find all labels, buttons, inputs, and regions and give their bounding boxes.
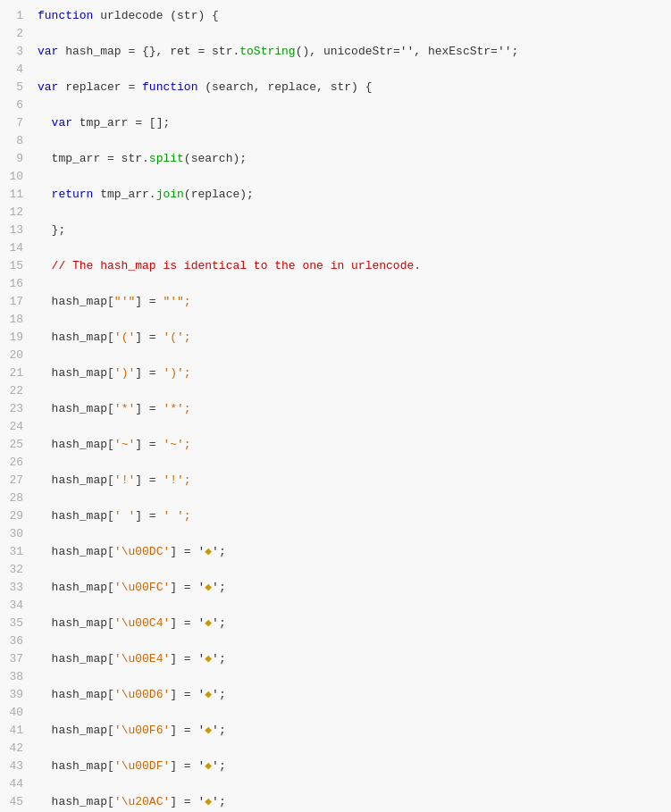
code-line: 34: [0, 597, 671, 615]
line-number: 29: [0, 507, 34, 525]
line-number: 36: [0, 632, 34, 650]
line-number: 5: [0, 79, 34, 96]
line-content: return tmp_arr.join(replace);: [34, 186, 671, 204]
line-content: };: [34, 222, 671, 239]
code-line: 12: [0, 204, 671, 222]
line-number: 39: [0, 686, 34, 704]
code-line: 24: [0, 418, 671, 436]
line-number: 7: [0, 114, 34, 132]
code-line: 39 hash_map['\u00D6'] = '◆';: [0, 686, 671, 704]
line-content: var hash_map = {}, ret = str.toString(),…: [34, 43, 671, 61]
line-number: 41: [0, 722, 34, 740]
code-line: 40: [0, 704, 671, 722]
code-line: 44: [0, 775, 671, 793]
code-line: 36: [0, 632, 671, 650]
line-number: 30: [0, 525, 34, 543]
line-content: function urldecode (str) {: [34, 7, 671, 25]
line-number: 32: [0, 561, 34, 579]
code-line: 18: [0, 311, 671, 329]
line-number: 15: [0, 257, 34, 275]
code-line: 29 hash_map[' '] = ' ';: [0, 507, 671, 525]
line-number: 9: [0, 150, 34, 168]
code-line: 4: [0, 61, 671, 79]
code-line: 1function urldecode (str) {: [0, 7, 671, 25]
line-number: 2: [0, 25, 34, 43]
line-number: 26: [0, 454, 34, 472]
line-number: 33: [0, 579, 34, 597]
code-editor: 1function urldecode (str) {23var hash_ma…: [0, 0, 671, 812]
line-content: hash_map['!'] = '!';: [34, 472, 671, 490]
line-number: 34: [0, 597, 34, 615]
line-number: 1: [0, 7, 34, 25]
code-line: 35 hash_map['\u00C4'] = '◆';: [0, 615, 671, 632]
code-line: 28: [0, 490, 671, 507]
line-number: 35: [0, 615, 34, 632]
code-line: 26: [0, 454, 671, 472]
line-content: // The hash_map is identical to the one …: [34, 257, 671, 275]
code-line: 21 hash_map[')'] = ')';: [0, 364, 671, 382]
line-number: 17: [0, 293, 34, 311]
line-number: 28: [0, 490, 34, 507]
line-number: 45: [0, 793, 34, 811]
line-number: 42: [0, 740, 34, 758]
code-line: 41 hash_map['\u00F6'] = '◆';: [0, 722, 671, 740]
code-line: 15 // The hash_map is identical to the o…: [0, 257, 671, 275]
code-line: 11 return tmp_arr.join(replace);: [0, 186, 671, 204]
code-line: 22: [0, 382, 671, 400]
code-line: 3var hash_map = {}, ret = str.toString()…: [0, 43, 671, 61]
line-number: 4: [0, 61, 34, 79]
code-line: 43 hash_map['\u00DF'] = '◆';: [0, 758, 671, 775]
line-content: hash_map['*'] = '*';: [34, 400, 671, 418]
code-line: 38: [0, 668, 671, 686]
line-content: hash_map['\u20AC'] = '◆';: [34, 793, 671, 811]
code-line: 30: [0, 525, 671, 543]
line-number: 8: [0, 132, 34, 150]
line-content: tmp_arr = str.split(search);: [34, 150, 671, 168]
code-line: 8: [0, 132, 671, 150]
line-content: hash_map['('] = '(';: [34, 329, 671, 347]
line-number: 22: [0, 382, 34, 400]
line-number: 19: [0, 329, 34, 347]
line-content: hash_map['\u00DC'] = '◆';: [34, 543, 671, 561]
code-line: 9 tmp_arr = str.split(search);: [0, 150, 671, 168]
line-content: hash_map['\u00FC'] = '◆';: [34, 579, 671, 597]
line-number: 44: [0, 775, 34, 793]
code-line: 45 hash_map['\u20AC'] = '◆';: [0, 793, 671, 811]
code-line: 20: [0, 347, 671, 364]
code-line: 13 };: [0, 222, 671, 239]
line-number: 13: [0, 222, 34, 239]
line-number: 16: [0, 275, 34, 293]
line-content: var replacer = function (search, replace…: [34, 79, 671, 96]
code-line: 16: [0, 275, 671, 293]
code-line: 27 hash_map['!'] = '!';: [0, 472, 671, 490]
line-content: hash_map['~'] = '~';: [34, 436, 671, 454]
line-content: hash_map['\u00DF'] = '◆';: [34, 758, 671, 775]
line-number: 23: [0, 400, 34, 418]
line-number: 21: [0, 364, 34, 382]
line-number: 14: [0, 239, 34, 257]
line-number: 24: [0, 418, 34, 436]
line-content: hash_map['\u00E4'] = '◆';: [34, 650, 671, 668]
code-line: 2: [0, 25, 671, 43]
code-line: 5var replacer = function (search, replac…: [0, 79, 671, 96]
line-number: 27: [0, 472, 34, 490]
line-number: 20: [0, 347, 34, 364]
line-number: 37: [0, 650, 34, 668]
code-line: 7 var tmp_arr = [];: [0, 114, 671, 132]
code-line: 19 hash_map['('] = '(';: [0, 329, 671, 347]
line-number: 18: [0, 311, 34, 329]
line-content: hash_map[' '] = ' ';: [34, 507, 671, 525]
line-content: hash_map['\u00D6'] = '◆';: [34, 686, 671, 704]
code-line: 14: [0, 239, 671, 257]
line-number: 40: [0, 704, 34, 722]
line-number: 31: [0, 543, 34, 561]
line-number: 3: [0, 43, 34, 61]
line-number: 11: [0, 186, 34, 204]
code-line: 10: [0, 168, 671, 186]
code-line: 25 hash_map['~'] = '~';: [0, 436, 671, 454]
line-number: 10: [0, 168, 34, 186]
line-content: hash_map[')'] = ')';: [34, 364, 671, 382]
line-number: 12: [0, 204, 34, 222]
line-number: 38: [0, 668, 34, 686]
line-number: 43: [0, 758, 34, 775]
